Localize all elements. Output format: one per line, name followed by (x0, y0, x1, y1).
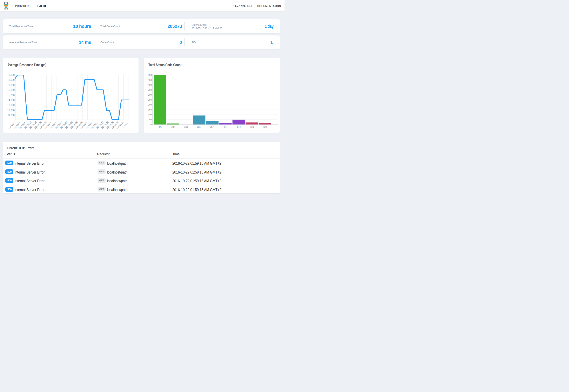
svg-text:450: 450 (148, 79, 152, 81)
svg-text:500: 500 (148, 74, 152, 76)
svg-text:15,000: 15,000 (7, 94, 15, 97)
svg-text:50: 50 (149, 118, 152, 121)
svg-text:404: 404 (236, 126, 241, 128)
svg-text:150: 150 (148, 108, 152, 111)
svg-text:16,000: 16,000 (7, 89, 15, 92)
svg-text:12,000: 12,000 (7, 109, 15, 112)
svg-text:250: 250 (148, 98, 152, 101)
svg-text:304: 304 (210, 126, 214, 128)
svg-text:19,000: 19,000 (7, 74, 15, 76)
svg-text:18,000: 18,000 (7, 79, 15, 81)
svg-text:302: 302 (197, 126, 201, 128)
svg-text:206: 206 (171, 126, 175, 128)
svg-text:100: 100 (148, 113, 152, 116)
svg-text:301: 301 (184, 126, 188, 128)
svg-text:13,000: 13,000 (7, 104, 15, 107)
svg-text:503: 503 (263, 126, 267, 128)
svg-text:17,000: 17,000 (7, 84, 15, 86)
svg-text:0: 0 (151, 123, 152, 126)
svg-text:200: 200 (148, 103, 152, 106)
svg-text:14,000: 14,000 (7, 99, 15, 102)
svg-text:11,000: 11,000 (8, 114, 15, 117)
svg-text:300: 300 (148, 94, 152, 96)
svg-text:350: 350 (148, 89, 152, 91)
svg-text:400: 400 (148, 84, 152, 86)
svg-text:500: 500 (250, 126, 254, 128)
svg-text:200: 200 (158, 126, 162, 128)
svg-text:401: 401 (224, 126, 228, 128)
